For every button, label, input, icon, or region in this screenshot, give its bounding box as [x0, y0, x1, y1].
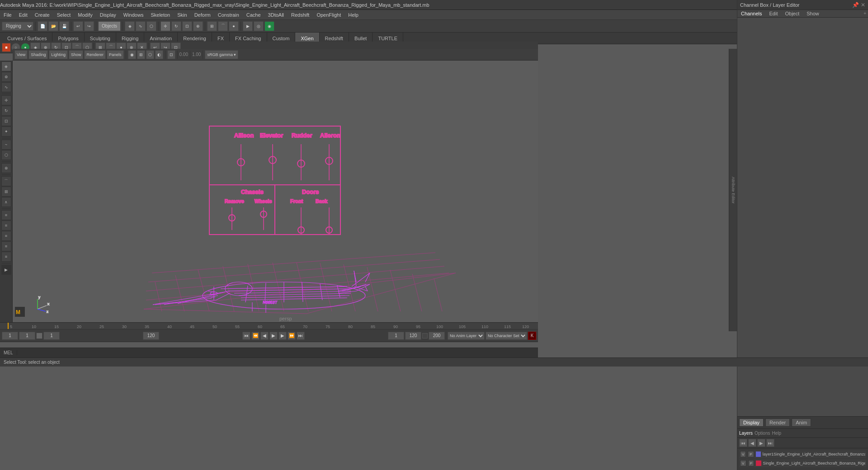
menu-help[interactable]: Help [344, 10, 362, 20]
rotate-icon-btn[interactable]: ↻ [1, 106, 11, 116]
universal-tool-btn[interactable]: ⊕ [193, 21, 203, 31]
tab-render[interactable]: Render [765, 418, 790, 427]
move-tool-btn[interactable]: ✛ [160, 21, 170, 31]
soft-select-btn[interactable]: ~ [1, 140, 11, 150]
show-box-btn[interactable]: ■ [2, 43, 11, 52]
undo-button[interactable]: ↩ [73, 21, 83, 31]
timeline-ruler[interactable]: 5 10 15 20 25 30 35 40 45 50 55 60 65 70… [0, 322, 538, 329]
menu-constrain[interactable]: Constrain [214, 10, 243, 20]
rotate-tool-btn[interactable]: ↻ [171, 21, 181, 31]
layer-prev2-btn[interactable]: ◀ [748, 439, 756, 447]
layer-icon-btn[interactable]: ≡ [1, 210, 11, 220]
frame-color-btn[interactable] [36, 333, 42, 339]
view-menu[interactable]: View [14, 50, 28, 59]
show-manip-btn[interactable]: ⊗ [1, 163, 11, 173]
move-icon-btn[interactable]: ✛ [1, 95, 11, 105]
attribute-editor-strip[interactable]: Attribute Editor [729, 49, 737, 331]
menu-cache[interactable]: Cache [243, 10, 264, 20]
go-start-btn[interactable]: ⏮ [242, 332, 250, 340]
select-icon-btn[interactable]: ◈ [1, 61, 11, 71]
rp-pin-btn[interactable]: 📌 [852, 2, 859, 8]
layer-p-btn[interactable]: P [748, 451, 754, 457]
save-button[interactable]: 💾 [59, 21, 69, 31]
menu-edit[interactable]: Edit [15, 10, 31, 20]
frame-input-3[interactable] [43, 332, 60, 340]
end-frame-input[interactable] [143, 332, 159, 340]
menu-3dtoall[interactable]: 3DtoAll [264, 10, 288, 20]
layer-v-btn[interactable]: V [740, 451, 746, 457]
anim-layer-dropdown[interactable]: No Anim Layer [448, 332, 485, 340]
colorspace-dropdown[interactable]: sRGB gamma ▾ [205, 50, 238, 59]
start-range-input[interactable] [388, 332, 404, 340]
display-render-btn[interactable]: ◉ [264, 21, 274, 31]
next-key-btn[interactable]: ⏩ [288, 332, 296, 340]
frame-input-2[interactable] [19, 332, 35, 340]
menu-redshift[interactable]: Redshift [288, 10, 313, 20]
prev-frame-btn[interactable]: ◀ [260, 332, 269, 340]
universal-icon-btn[interactable]: ✦ [1, 127, 11, 136]
layer-v-btn-2[interactable]: V [740, 460, 746, 466]
layer3-btn[interactable]: ≡ [1, 231, 11, 241]
tab-object[interactable]: Object [781, 10, 803, 17]
sculpt-btn[interactable]: ⬡ [1, 150, 11, 160]
shading-menu[interactable]: Shading [28, 50, 48, 59]
lasso-select-btn[interactable]: ∿ [1, 82, 11, 92]
lasso-tool-btn[interactable]: ∿ [136, 21, 146, 31]
scale-icon-btn[interactable]: ⊡ [1, 116, 11, 126]
menu-skeleton[interactable]: Skeleton [147, 10, 174, 20]
scale-tool-btn[interactable]: ⊡ [182, 21, 192, 31]
camera-btn[interactable]: ◉ [128, 50, 136, 59]
shaded-btn[interactable]: ◐ [155, 50, 163, 59]
menu-windows[interactable]: Windows [120, 10, 147, 20]
mel-input[interactable] [17, 350, 538, 355]
rp-header-controls[interactable]: 📌 ✕ [852, 2, 865, 8]
layer-next1-btn[interactable]: ▶ [757, 439, 765, 447]
rp-add-btn[interactable]: + [862, 10, 868, 17]
tab-layers[interactable]: Layers [739, 431, 753, 436]
polysplit-btn[interactable]: ∧ [1, 197, 11, 207]
snap-point-btn[interactable]: ● [229, 21, 239, 31]
auto-key-btn[interactable]: K [528, 332, 536, 340]
paint-select-btn[interactable]: ⊕ [1, 72, 11, 82]
layer-next2-btn[interactable]: ⏭ [766, 439, 774, 447]
lighting-menu[interactable]: Lighting [49, 50, 68, 59]
panels-menu[interactable]: Panels [107, 50, 124, 59]
layer-prev1-btn[interactable]: ⏮ [739, 439, 747, 447]
ipr-btn[interactable]: ◎ [254, 21, 264, 31]
render-preview-btn[interactable]: ▶ [1, 265, 11, 275]
menu-display[interactable]: Display [96, 10, 120, 20]
menu-modify[interactable]: Modify [74, 10, 96, 20]
layer4-btn[interactable]: ≡ [1, 241, 11, 251]
tab-options[interactable]: Options [755, 431, 770, 436]
rp-close-btn[interactable]: ✕ [861, 2, 865, 8]
layer-p-btn-2[interactable]: P [748, 460, 755, 466]
iso-select-btn[interactable]: ⊡ [167, 50, 175, 59]
curve-tool-btn[interactable]: ⌒ [1, 176, 11, 186]
menu-deform[interactable]: Deform [191, 10, 214, 20]
max-range-input[interactable] [429, 332, 445, 340]
open-button[interactable]: 📂 [48, 21, 58, 31]
tab-channels[interactable]: Channels [737, 10, 765, 17]
paint-tool-btn[interactable]: ⬡ [146, 21, 156, 31]
new-scene-button[interactable]: 📄 [38, 21, 47, 31]
tab-anim[interactable]: Anim [792, 418, 811, 427]
snap-grid-btn[interactable]: ⊞ [207, 21, 217, 31]
grid-btn[interactable]: ⊞ [137, 50, 145, 59]
menu-openflight[interactable]: OpenFlight [313, 10, 344, 20]
layer2-btn[interactable]: ≡ [1, 221, 11, 230]
renderer-menu[interactable]: Renderer [84, 50, 106, 59]
current-frame-input[interactable] [2, 332, 18, 340]
redo-button[interactable]: ↪ [84, 21, 94, 31]
go-end-btn[interactable]: ⏭ [297, 332, 305, 340]
snap-curve-btn[interactable]: ⌒ [218, 21, 228, 31]
show-menu[interactable]: Show [69, 50, 84, 59]
tab-help[interactable]: Help [772, 431, 781, 436]
next-frame-btn[interactable]: ▶ [278, 332, 287, 340]
layer5-btn[interactable]: ≡ [1, 252, 11, 262]
prev-key-btn[interactable]: ⏪ [251, 332, 259, 340]
surface-btn[interactable]: ⊞ [1, 187, 11, 197]
mode-dropdown[interactable]: Rigging [2, 22, 33, 31]
list-item[interactable]: V P layer1Single_Engine_Light_Aircraft_B… [739, 450, 866, 458]
list-item[interactable]: V P Single_Engine_Light_Aircraft_Beechcr… [739, 459, 866, 467]
render-btn[interactable]: ▶ [243, 21, 253, 31]
